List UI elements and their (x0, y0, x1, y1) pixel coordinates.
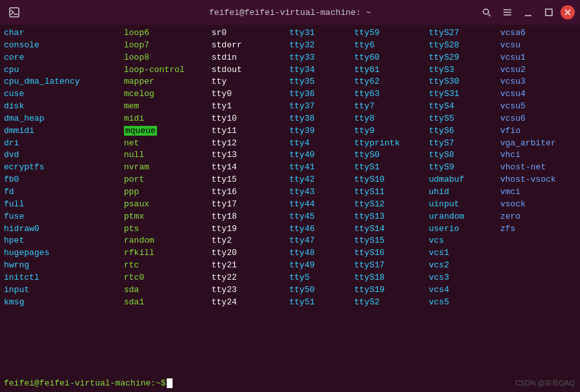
file-cell: tty34 (289, 64, 354, 77)
file-cell: ttyS18 (354, 272, 429, 284)
file-cell: ttyS13 (354, 211, 429, 223)
file-cell: stderr (211, 40, 289, 52)
file-cell (500, 272, 580, 284)
file-cell: tty38 (289, 113, 354, 125)
file-cell: console (4, 40, 124, 52)
file-cell: ttyS11 (354, 186, 429, 199)
titlebar-controls (477, 3, 575, 21)
file-cell: pts (124, 223, 211, 236)
file-cell: tty13 (211, 149, 289, 162)
file-cell: net (124, 138, 211, 150)
file-cell: vcsu6 (500, 113, 580, 125)
file-cell: hwrng (4, 260, 124, 272)
file-cell: tty36 (289, 88, 354, 101)
file-cell: ttyS15 (354, 235, 429, 247)
file-cell: tty11 (211, 125, 289, 138)
file-cell: tty14 (211, 162, 289, 174)
file-cell: vcsu5 (500, 101, 580, 113)
file-cell: ttyS29 (429, 52, 500, 64)
file-cell: ttyS6 (429, 125, 500, 138)
file-cell: cpu (4, 64, 124, 77)
file-cell: tty10 (211, 113, 289, 125)
file-cell: tty50 (289, 284, 354, 297)
file-cell: tty17 (211, 199, 289, 211)
file-cell: tty22 (211, 272, 289, 284)
file-cell: cpu_dma_latency (4, 76, 124, 88)
file-cell: ttyprintk (354, 138, 429, 150)
file-listing-grid: charloop6sr0tty31tty59ttyS27vcsa6console… (4, 27, 576, 308)
file-cell: hugepages (4, 247, 124, 260)
file-cell: ttyS4 (429, 101, 500, 113)
file-cell: loop8 (124, 52, 211, 64)
file-cell: vcsu (500, 40, 580, 52)
file-cell: ttyS7 (429, 138, 500, 150)
file-cell: ttyS27 (429, 27, 500, 40)
file-cell: tty59 (354, 27, 429, 40)
titlebar: feifei@feifei-virtual-machine: ~ (0, 0, 580, 25)
file-cell: fb0 (4, 174, 124, 186)
file-cell: input (4, 284, 124, 297)
svg-point-2 (483, 9, 489, 14)
file-cell: mqueue (124, 125, 211, 138)
file-cell: core (4, 52, 124, 64)
file-cell: cuse (4, 88, 124, 101)
file-cell: vcs (429, 235, 500, 247)
file-cell: tty15 (211, 174, 289, 186)
file-cell: loop7 (124, 40, 211, 52)
file-cell: tty61 (354, 64, 429, 77)
file-cell (500, 235, 580, 247)
file-cell: mem (124, 101, 211, 113)
file-cell (500, 297, 580, 309)
file-cell: fd (4, 186, 124, 199)
terminal-prompt-bar: feifei@feifei-virtual-machine:~$ (0, 374, 580, 392)
file-cell: tty44 (289, 199, 354, 211)
window-title: feifei@feifei-virtual-machine: ~ (209, 8, 371, 18)
file-cell: loop6 (124, 27, 211, 40)
file-cell: tty0 (211, 88, 289, 101)
file-cell: vcsu1 (500, 52, 580, 64)
search-button[interactable] (477, 3, 496, 21)
maximize-button[interactable] (540, 3, 558, 21)
file-cell: tty63 (354, 88, 429, 101)
file-cell: tty51 (289, 297, 354, 309)
file-cell: tty12 (211, 138, 289, 150)
file-cell: vcs5 (429, 297, 500, 309)
file-cell: tty4 (289, 138, 354, 150)
file-cell: tty6 (354, 40, 429, 52)
minimize-button[interactable] (519, 3, 537, 21)
file-cell: tty16 (211, 186, 289, 199)
file-cell: mapper (124, 76, 211, 88)
file-cell: full (4, 199, 124, 211)
file-cell: tty (211, 76, 289, 88)
file-cell: tty9 (354, 125, 429, 138)
file-cell: ttyS17 (354, 260, 429, 272)
file-cell: tty5 (289, 272, 354, 284)
file-cell: mcelog (124, 88, 211, 101)
terminal-icon[interactable] (5, 3, 23, 21)
close-button[interactable] (561, 5, 575, 19)
file-cell: vfio (500, 125, 580, 138)
file-cell: midi (124, 113, 211, 125)
file-cell: tty41 (289, 162, 354, 174)
file-cell: ttyS14 (354, 223, 429, 236)
file-cell: vcsa6 (500, 27, 580, 40)
file-cell: vga_arbiter (500, 138, 580, 150)
file-cell: zfs (500, 223, 580, 236)
file-cell: vcs4 (429, 284, 500, 297)
file-cell: tty37 (289, 101, 354, 113)
file-cell: vcs2 (429, 260, 500, 272)
file-cell: fuse (4, 211, 124, 223)
file-cell: urandom (429, 211, 500, 223)
file-cell: ppp (124, 186, 211, 199)
file-cell: dma_heap (4, 113, 124, 125)
file-cell: userio (429, 223, 500, 236)
file-cell: tty23 (211, 284, 289, 297)
file-cell: ttyS12 (354, 199, 429, 211)
prompt-text: feifei@feifei-virtual-machine:~$ (4, 378, 166, 388)
file-cell: vcsu4 (500, 88, 580, 101)
svg-line-3 (489, 14, 491, 17)
svg-rect-8 (546, 9, 552, 16)
file-cell: random (124, 235, 211, 247)
menu-button[interactable] (498, 3, 516, 21)
file-cell: vhost-vsock (500, 174, 580, 186)
